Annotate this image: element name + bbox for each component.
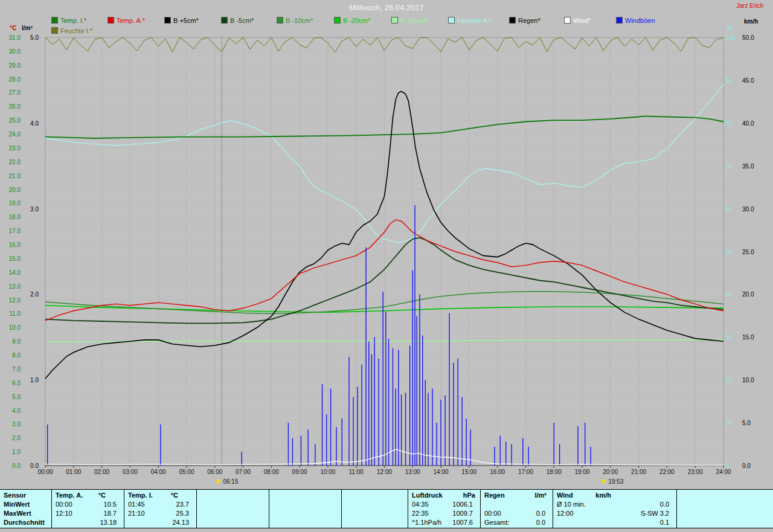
wind-axis-tick: 25.0: [742, 249, 760, 255]
x-axis-tick: 20:00: [597, 469, 624, 475]
humidity-axis-tick: 40: [725, 291, 740, 298]
rain-axis-tick: 5.0: [23, 34, 39, 41]
stats-section-unit: l/m²: [510, 492, 547, 499]
humidity-axis-tick: 30: [725, 334, 740, 341]
x-axis-tick: 14:00: [428, 469, 454, 475]
x-axis-tick: 09:00: [286, 469, 313, 475]
x-axis-tick: 21:00: [626, 469, 652, 475]
legend-item-regen: Regen*: [509, 17, 540, 24]
x-axis-tick: 03:00: [117, 469, 143, 475]
x-axis-tick: 02:00: [89, 469, 115, 475]
x-axis-tick: 07:00: [230, 469, 257, 475]
x-axis-tick: 17:00: [512, 469, 539, 475]
legend-swatch-temp-i: [51, 17, 58, 24]
legend-label-b-20cm: B -20cm*: [343, 17, 370, 24]
legend-item-b-50cm: B -50cm*: [391, 17, 428, 24]
stats-section-unit: °C: [142, 492, 178, 499]
x-axis-tick: 08:00: [258, 469, 284, 475]
wind-axis-tick: 40.0: [742, 120, 760, 127]
temp-axis-tick: 30.0: [0, 48, 21, 55]
legend-label-feuchte-i: Feuchte I.*: [60, 27, 92, 34]
stats-value: 0.0: [491, 510, 545, 518]
legend-swatch-temp-a: [107, 17, 114, 24]
table-divider: [553, 490, 553, 528]
temp-axis-tick: 22.0: [0, 159, 21, 165]
stats-value: 1006.1: [419, 501, 473, 508]
stats-table: SensorMinWertMaxWertDurchschnittTemp. A.…: [0, 489, 773, 528]
temp-axis-tick: 2.0: [0, 435, 21, 441]
x-axis-tick: 18:00: [540, 469, 567, 475]
stats-time: 12:00: [557, 510, 574, 518]
x-axis-tick: 05:00: [173, 469, 200, 475]
legend-swatch-b-5cm: [221, 17, 228, 24]
legend-swatch-b-50cm: [391, 17, 398, 24]
stats-section-unit: hPa: [439, 492, 475, 499]
temp-axis-tick: 13.0: [0, 283, 21, 290]
x-axis-tick: 12:00: [371, 469, 398, 475]
temp-axis-tick: 9.0: [0, 338, 21, 345]
legend-label-b-5cm: B -5cm*: [230, 17, 254, 24]
stats-value: 1007.6: [419, 519, 473, 527]
legend-swatch-windb-en: [616, 17, 623, 24]
x-axis-tick: 10:00: [315, 469, 341, 475]
sunset-time: 19:53: [608, 478, 623, 485]
x-axis-tick: 19:00: [569, 469, 595, 475]
wind-axis-tick: 20.0: [742, 291, 760, 298]
x-axis-tick: 06:00: [202, 469, 228, 475]
legend-item-feuchte-a: Feuchte A.*: [448, 17, 492, 24]
stats-row-label: MinWert: [4, 501, 30, 508]
temp-axis-tick: 4.0: [0, 408, 21, 414]
wind-axis-tick: 10.0: [742, 377, 760, 383]
temp-axis-tick: 29.0: [0, 62, 21, 69]
legend-swatch-feuchte-a: [448, 17, 455, 24]
legend-item-b-20cm: B -20cm*: [334, 17, 370, 24]
table-divider: [124, 490, 124, 528]
temp-axis-tick: 23.0: [0, 145, 21, 152]
temp-axis-tick: 17.0: [0, 228, 21, 234]
temp-axis-tick: 8.0: [0, 352, 21, 359]
legend-item-b-5cm: B +5cm*: [164, 17, 199, 24]
x-axis-tick: 22:00: [653, 469, 680, 475]
stats-value: 18.7: [62, 510, 117, 518]
stats-section-unit: °C: [69, 492, 106, 499]
temp-axis-tick: 26.0: [0, 103, 21, 110]
stats-value: 10.5: [62, 501, 117, 508]
legend-swatch-b-5cm: [164, 17, 171, 24]
x-axis-tick: 15:00: [456, 469, 483, 475]
temp-axis-tick: 3.0: [0, 421, 21, 428]
temp-axis-tick: 15.0: [0, 255, 21, 262]
stats-time: Ø 10 min.: [557, 501, 586, 508]
stats-section-name: Regen: [484, 492, 505, 499]
legend-item-wind: Wind*: [564, 17, 591, 24]
legend-item-b-10cm: B -10cm*: [277, 17, 313, 24]
humidity-axis-tick: 10: [725, 420, 740, 426]
temp-axis-tick: 21.0: [0, 173, 21, 179]
weather-chart: [0, 0, 773, 489]
temp-axis-tick: 14.0: [0, 269, 21, 276]
temp-axis-tick: 25.0: [0, 117, 21, 124]
temp-axis-tick: 12.0: [0, 297, 21, 304]
legend-label-feuchte-a: Feuchte A.*: [457, 17, 492, 24]
legend-label-wind: Wind*: [573, 17, 591, 24]
legend-label-windb-en: Windböen: [625, 17, 655, 24]
weather-station-window: Mittwoch, 26.04.2017 Jarz Erich °C l/m² …: [0, 0, 773, 532]
humidity-axis-tick: 70: [725, 163, 740, 170]
temp-axis-tick: 10.0: [0, 324, 21, 331]
stats-value: 0.0: [615, 501, 669, 508]
stats-value: S-SW 3.2: [615, 510, 669, 518]
rain-axis-tick: 1.0: [23, 377, 39, 383]
stats-value: 25.3: [135, 510, 189, 518]
legend-swatch-feuchte-i: [51, 27, 58, 34]
sunrise-time: 06:15: [223, 478, 238, 485]
wind-axis-tick: 50.0: [742, 34, 760, 41]
rain-axis-tick: 2.0: [23, 291, 39, 298]
legend-swatch-wind: [564, 17, 571, 24]
stats-value: 0.1: [615, 519, 669, 527]
stats-value: 23.7: [135, 501, 189, 508]
table-divider: [341, 490, 342, 528]
legend-item-windb-en: Windböen: [616, 17, 655, 24]
x-axis-tick: 16:00: [484, 469, 511, 475]
temp-axis-tick: 0.0: [0, 463, 21, 469]
temp-axis-tick: 16.0: [0, 242, 21, 248]
humidity-axis-tick: 60: [725, 206, 740, 213]
